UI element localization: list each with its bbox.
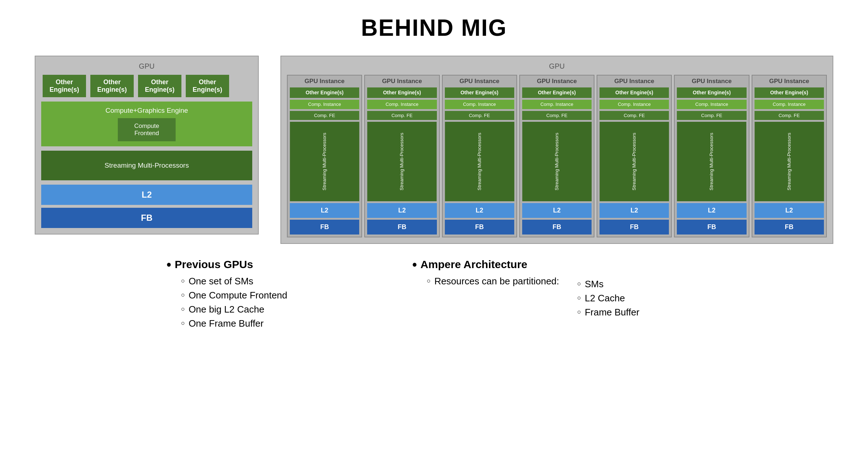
left-bullet-item-2: One big L2 Cache bbox=[181, 304, 391, 315]
comp-instance-sm-4: Comp. Instance bbox=[600, 100, 669, 109]
right-bullet-dot: • bbox=[412, 258, 417, 271]
left-bullet-item-3: One Frame Buffer bbox=[181, 318, 391, 329]
fb-sm-2: FB bbox=[445, 220, 514, 235]
other-engine-sm-1: Other Engine(s) bbox=[367, 87, 437, 98]
right-bullet-title: Ampere Architecture bbox=[421, 258, 528, 271]
gpu-instance-0: GPU Instance Other Engine(s) Comp. Insta… bbox=[287, 75, 362, 237]
comp-fe-sm-2: Comp. FE bbox=[445, 111, 514, 120]
compute-graphics-label: Compute+Graphics Engine bbox=[46, 107, 247, 115]
gpu-instance-1: GPU Instance Other Engine(s) Comp. Insta… bbox=[364, 75, 439, 237]
streaming-wrapper-1: Streaming Multi-Processors bbox=[367, 122, 437, 201]
gpu-instance-6: GPU Instance Other Engine(s) Comp. Insta… bbox=[752, 75, 827, 237]
right-bullet-item-1: L2 Cache bbox=[577, 293, 639, 304]
other-engine-3: Other Engine(s) bbox=[138, 75, 181, 97]
gpu-instance-label-1: GPU Instance bbox=[367, 78, 437, 85]
left-bullet-title: Previous GPUs bbox=[175, 258, 253, 271]
other-engine-sm-2: Other Engine(s) bbox=[445, 87, 514, 98]
gpu-instance-2: GPU Instance Other Engine(s) Comp. Insta… bbox=[442, 75, 517, 237]
left-bullet-dot: • bbox=[167, 258, 171, 271]
l2-box: L2 bbox=[41, 185, 252, 205]
compute-frontend-box: Compute Frontend bbox=[118, 118, 176, 141]
streaming-sm-5: Streaming Multi-Processors bbox=[677, 122, 746, 201]
streaming-sm-6: Streaming Multi-Processors bbox=[755, 122, 824, 201]
comp-fe-sm-6: Comp. FE bbox=[755, 111, 824, 120]
left-sub-bullets: One set of SMs One Compute Frontend One … bbox=[181, 276, 391, 329]
streaming-wrapper-5: Streaming Multi-Processors bbox=[677, 122, 746, 201]
bullets-row: • Previous GPUs One set of SMs One Compu… bbox=[22, 258, 846, 332]
streaming-sm-3: Streaming Multi-Processors bbox=[522, 122, 592, 201]
left-bullet-section: • Previous GPUs One set of SMs One Compu… bbox=[167, 258, 391, 332]
diagrams-row: GPU Other Engine(s) Other Engine(s) Othe… bbox=[22, 56, 846, 244]
other-engine-sm-4: Other Engine(s) bbox=[600, 87, 669, 98]
other-engines-row: Other Engine(s) Other Engine(s) Other En… bbox=[41, 75, 252, 97]
left-bullet-item-0: One set of SMs bbox=[181, 276, 391, 287]
other-engine-1: Other Engine(s) bbox=[43, 75, 86, 97]
fb-sm-5: FB bbox=[677, 220, 746, 235]
gpu-instance-3: GPU Instance Other Engine(s) Comp. Insta… bbox=[519, 75, 594, 237]
streaming-sm-4: Streaming Multi-Processors bbox=[600, 122, 669, 201]
comp-instance-sm-5: Comp. Instance bbox=[677, 100, 746, 109]
streaming-wrapper-0: Streaming Multi-Processors bbox=[290, 122, 359, 201]
l2-sm-4: L2 bbox=[600, 203, 669, 218]
right-bullet-item-2: Frame Buffer bbox=[577, 307, 639, 318]
other-engine-sm-5: Other Engine(s) bbox=[677, 87, 746, 98]
streaming-wrapper-6: Streaming Multi-Processors bbox=[755, 122, 824, 201]
streaming-wrapper-2: Streaming Multi-Processors bbox=[445, 122, 514, 201]
left-bullet-item-1: One Compute Frontend bbox=[181, 290, 391, 301]
comp-instance-sm-6: Comp. Instance bbox=[755, 100, 824, 109]
gpu-instances-row: GPU Instance Other Engine(s) Comp. Insta… bbox=[287, 75, 827, 237]
l2-sm-2: L2 bbox=[445, 203, 514, 218]
comp-instance-sm-3: Comp. Instance bbox=[522, 100, 592, 109]
right-diagram: GPU GPU Instance Other Engine(s) Comp. I… bbox=[280, 56, 833, 244]
other-engine-sm-3: Other Engine(s) bbox=[522, 87, 592, 98]
right-gpu-label: GPU bbox=[287, 62, 827, 70]
comp-instance-sm-0: Comp. Instance bbox=[290, 100, 359, 109]
l2-sm-5: L2 bbox=[677, 203, 746, 218]
streaming-sm-1: Streaming Multi-Processors bbox=[367, 122, 437, 201]
gpu-instance-label-0: GPU Instance bbox=[290, 78, 359, 85]
fb-sm-1: FB bbox=[367, 220, 437, 235]
streaming-wrapper-4: Streaming Multi-Processors bbox=[600, 122, 669, 201]
right-sub-sub-bullets: SMs L2 Cache Frame Buffer bbox=[577, 279, 639, 321]
comp-fe-sm-1: Comp. FE bbox=[367, 111, 437, 120]
gpu-instance-label-3: GPU Instance bbox=[522, 78, 592, 85]
other-engine-sm-0: Other Engine(s) bbox=[290, 87, 359, 98]
right-bullet-item-0: SMs bbox=[577, 279, 639, 290]
streaming-wrapper-3: Streaming Multi-Processors bbox=[522, 122, 592, 201]
fb-sm-0: FB bbox=[290, 220, 359, 235]
other-engine-2: Other Engine(s) bbox=[90, 75, 134, 97]
comp-instance-sm-1: Comp. Instance bbox=[367, 100, 437, 109]
gpu-instance-label-6: GPU Instance bbox=[755, 78, 824, 85]
gpu-instance-label-2: GPU Instance bbox=[445, 78, 514, 85]
left-gpu-label: GPU bbox=[41, 62, 252, 70]
left-diagram: GPU Other Engine(s) Other Engine(s) Othe… bbox=[35, 56, 259, 235]
fb-box: FB bbox=[41, 208, 252, 228]
comp-fe-sm-5: Comp. FE bbox=[677, 111, 746, 120]
compute-graphics-engine: Compute+Graphics Engine Compute Frontend bbox=[41, 102, 252, 146]
streaming-sm-2: Streaming Multi-Processors bbox=[445, 122, 514, 201]
comp-fe-sm-3: Comp. FE bbox=[522, 111, 592, 120]
l2-sm-0: L2 bbox=[290, 203, 359, 218]
gpu-instance-label-5: GPU Instance bbox=[677, 78, 746, 85]
gpu-instance-5: GPU Instance Other Engine(s) Comp. Insta… bbox=[674, 75, 749, 237]
gpu-instance-4: GPU Instance Other Engine(s) Comp. Insta… bbox=[597, 75, 672, 237]
right-sub-bullets: Resources can be partitioned: SMs L2 Cac… bbox=[427, 276, 701, 321]
comp-instance-sm-2: Comp. Instance bbox=[445, 100, 514, 109]
fb-sm-3: FB bbox=[522, 220, 592, 235]
other-engine-4: Other Engine(s) bbox=[186, 75, 229, 97]
right-bullet-intro: Resources can be partitioned: SMs L2 Cac… bbox=[427, 276, 701, 321]
gpu-instance-label-4: GPU Instance bbox=[600, 78, 669, 85]
streaming-sm-0: Streaming Multi-Processors bbox=[290, 122, 359, 201]
streaming-mp-box: Streaming Multi-Processors bbox=[41, 151, 252, 180]
l2-sm-3: L2 bbox=[522, 203, 592, 218]
right-bullet-main: • Ampere Architecture bbox=[412, 258, 701, 271]
right-bullet-section: • Ampere Architecture Resources can be p… bbox=[412, 258, 701, 332]
fb-sm-6: FB bbox=[755, 220, 824, 235]
page-title: BEHIND MIG bbox=[22, 14, 846, 41]
l2-sm-6: L2 bbox=[755, 203, 824, 218]
fb-sm-4: FB bbox=[600, 220, 669, 235]
l2-sm-1: L2 bbox=[367, 203, 437, 218]
left-bullet-main: • Previous GPUs bbox=[167, 258, 391, 271]
comp-fe-sm-0: Comp. FE bbox=[290, 111, 359, 120]
other-engine-sm-6: Other Engine(s) bbox=[755, 87, 824, 98]
